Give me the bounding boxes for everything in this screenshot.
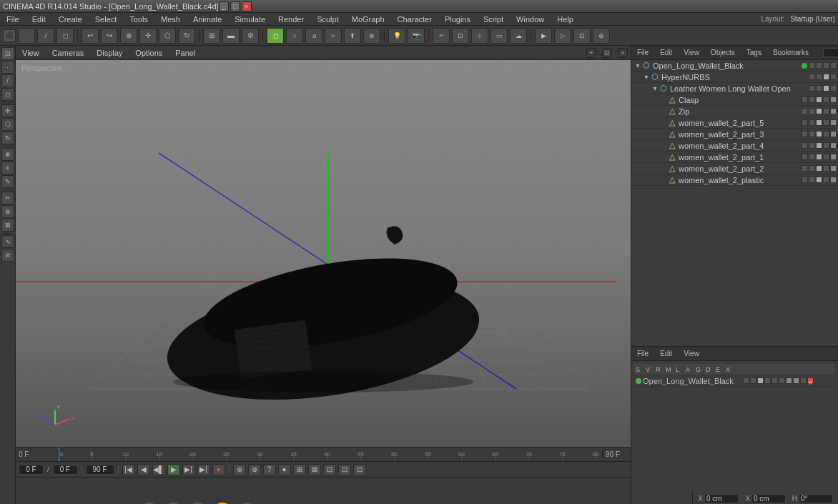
tree-cb-4[interactable] xyxy=(823,97,829,103)
tree-cb-4[interactable] xyxy=(823,177,829,183)
om-objects-menu[interactable]: Objects xyxy=(708,48,738,57)
cube-button[interactable]: ◻ xyxy=(267,28,284,44)
tree-cb-2[interactable] xyxy=(816,85,822,92)
tree-item-open-long-wallet-black[interactable]: ▼ ⬡ Open_Long_Wallet_Black xyxy=(631,60,838,71)
lt-spline-button[interactable]: ∿ xyxy=(1,235,14,248)
menu-window[interactable]: Window xyxy=(513,14,548,24)
lt-select-button[interactable]: ⊕ xyxy=(1,148,14,161)
am-view-menu[interactable]: View xyxy=(681,349,702,358)
tree-cb-3[interactable] xyxy=(816,154,822,160)
am-file-menu[interactable]: File xyxy=(634,349,651,358)
om-tags-menu[interactable]: Tags xyxy=(744,48,764,57)
lt-scale-button[interactable]: ⬡ xyxy=(1,118,14,131)
om-search-input[interactable] xyxy=(823,48,838,57)
tree-cb-2[interactable] xyxy=(809,119,815,126)
viewport[interactable]: X Y Z Perspective xyxy=(16,60,631,447)
play-reverse-button[interactable]: ◀▌ xyxy=(152,464,165,475)
move-button[interactable]: ✛ xyxy=(139,28,157,44)
tree-cb-4[interactable] xyxy=(823,119,829,126)
attr-cb-4[interactable] xyxy=(764,377,771,384)
prev-frame-button[interactable]: ◀ xyxy=(137,464,150,475)
lt-points-button[interactable]: · xyxy=(1,61,14,74)
menu-edit[interactable]: Edit xyxy=(29,14,49,24)
lt-knife-button[interactable]: ✂ xyxy=(1,192,14,204)
tree-cb-5[interactable] xyxy=(830,131,837,137)
timeline-expand-button[interactable]: ? xyxy=(263,464,276,475)
tree-cb-3[interactable] xyxy=(816,177,822,183)
minimize-button[interactable]: _ xyxy=(219,1,229,11)
record-button[interactable]: ● xyxy=(212,464,225,475)
tree-cb-1[interactable] xyxy=(802,97,808,103)
play-button[interactable]: ▶ xyxy=(167,464,180,475)
visibility-dot[interactable] xyxy=(802,63,807,69)
om-file-menu[interactable]: File xyxy=(634,48,651,57)
tree-cb-4[interactable] xyxy=(830,74,837,80)
tree-cb-1[interactable] xyxy=(809,74,815,80)
lt-paint-button[interactable]: ✎ xyxy=(1,175,14,188)
tree-cb-5[interactable] xyxy=(830,119,837,126)
om-bookmarks-menu[interactable]: Bookmarks xyxy=(770,48,812,57)
tree-cb-4[interactable] xyxy=(823,165,829,172)
menu-tools[interactable]: Tools xyxy=(126,14,152,24)
timeline-bounce-button[interactable]: ⊠ xyxy=(308,464,321,475)
tree-cb-2[interactable] xyxy=(809,97,815,103)
current-frame-input[interactable] xyxy=(19,465,44,475)
menu-character[interactable]: Character xyxy=(394,14,435,24)
redo-button[interactable]: ↪ xyxy=(101,28,118,44)
tree-icon-3[interactable] xyxy=(823,62,829,69)
tree-cb-3[interactable] xyxy=(816,97,822,103)
timeline-extra1-button[interactable]: ⊡ xyxy=(323,464,336,475)
menu-mograph[interactable]: MoGraph xyxy=(348,14,388,24)
menu-simulate[interactable]: Simulate xyxy=(231,14,269,24)
render-region-button[interactable]: ⊡ xyxy=(573,28,591,44)
undo-button[interactable]: ↩ xyxy=(82,28,99,44)
vp-options-menu[interactable]: Options xyxy=(132,48,166,58)
tree-cb-5[interactable] xyxy=(830,97,837,103)
tree-item-plastic[interactable]: △ women_wallet_2_plastic xyxy=(631,174,838,186)
tree-cb-3[interactable] xyxy=(823,74,829,80)
menu-mesh[interactable]: Mesh xyxy=(157,14,184,24)
maximize-button[interactable]: □ xyxy=(230,1,240,11)
timeline-settings-button[interactable]: ● xyxy=(278,464,291,475)
goto-end-button[interactable]: ▶| xyxy=(197,464,210,475)
attr-data-row[interactable]: Open_Long_Wallet_Black xyxy=(634,375,835,387)
lt-mode-button[interactable]: ⊡ xyxy=(1,47,14,60)
vp-close-button[interactable]: × xyxy=(618,48,628,58)
scene-tree[interactable]: ▼ ⬡ Open_Long_Wallet_Black xyxy=(631,60,838,346)
tree-item-clasp[interactable]: △ Clasp xyxy=(631,94,838,106)
coord-xr-input[interactable] xyxy=(751,494,786,503)
lt-move-button[interactable]: ✛ xyxy=(1,104,14,117)
floor-button[interactable]: ▭ xyxy=(491,28,508,44)
tree-cb-4[interactable] xyxy=(830,85,837,92)
render-settings-button[interactable]: ⚙ xyxy=(242,28,259,44)
tree-cb-5[interactable] xyxy=(830,142,837,149)
camera-button[interactable]: 📷 xyxy=(408,28,425,44)
cylinder-button[interactable]: ⌀ xyxy=(305,28,322,44)
tree-cb-3[interactable] xyxy=(816,142,822,149)
tree-cb-5[interactable] xyxy=(830,108,837,114)
render-all-button[interactable]: ▷ xyxy=(554,28,571,44)
render-active-button[interactable]: ▶ xyxy=(535,28,552,44)
tree-cb-1[interactable] xyxy=(809,85,815,92)
menu-plugins[interactable]: Plugins xyxy=(441,14,474,24)
vp-cameras-menu[interactable]: Cameras xyxy=(49,48,88,58)
tree-cb-2[interactable] xyxy=(809,142,815,149)
tree-cb-1[interactable] xyxy=(802,142,808,149)
sky-button[interactable]: ☁ xyxy=(510,28,527,44)
vp-lock-button[interactable]: ⊡ xyxy=(602,48,612,58)
attr-cb-3[interactable] xyxy=(757,377,764,384)
tree-item-hypernurbs[interactable]: ▼ ⬡ HyperNURBS xyxy=(631,71,838,83)
menu-file[interactable]: File xyxy=(3,14,23,24)
tree-cb-5[interactable] xyxy=(830,154,837,160)
timeline-extra3-button[interactable]: ⊡ xyxy=(353,464,366,475)
tree-cb-1[interactable] xyxy=(802,165,808,172)
coord-x-input[interactable] xyxy=(704,494,739,503)
menu-render[interactable]: Render xyxy=(275,14,307,24)
scale-button[interactable]: ⬡ xyxy=(159,28,176,44)
tree-cb-2[interactable] xyxy=(809,108,815,114)
tree-cb-2[interactable] xyxy=(809,165,815,172)
end-frame-input[interactable] xyxy=(86,465,114,475)
xref-button[interactable]: ∞ xyxy=(433,28,450,44)
tree-cb-1[interactable] xyxy=(802,119,808,126)
timeline-extra2-button[interactable]: ⊡ xyxy=(338,464,351,475)
